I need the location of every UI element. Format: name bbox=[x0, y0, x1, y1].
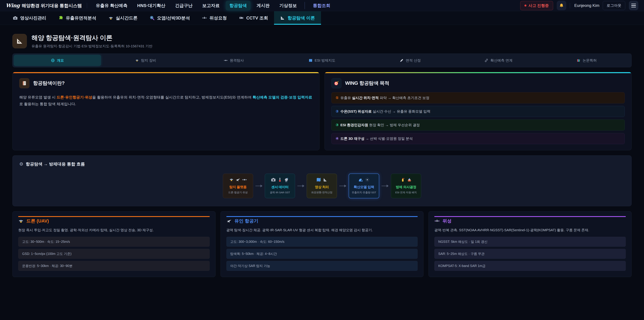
subnav-item-aerial-theory[interactable]: 항공탐색 이론 bbox=[274, 11, 321, 25]
hamburger-menu-button[interactable] bbox=[629, 1, 638, 10]
satellite-card-header: 위성 bbox=[434, 218, 626, 224]
accent-bar bbox=[18, 216, 210, 217]
spec-row: KOMPSAT-5: X-band SAR 1m급 bbox=[434, 261, 626, 271]
page-icon-tile bbox=[12, 34, 27, 48]
main-content: 해양 항공탐색·원격탐사 이론 유출유 원격탐지·항공감시 기법·ESI 방제정… bbox=[0, 34, 644, 287]
subnav-label: 실시간드론 bbox=[116, 15, 138, 21]
subnav-label: 오염/선박3D분석 bbox=[157, 15, 190, 21]
spec-row: SAR: 5~25m 해상도 · 구름 무관 bbox=[434, 249, 626, 259]
top-bar: Wing 해양환경 위기대응 통합시스템 유출유 확산예측 HNS·대기확산 긴… bbox=[0, 0, 644, 11]
flow-step-diffusion-model-input: 확산모델 입력 유출위치·유출량·SST bbox=[349, 173, 379, 198]
set-square-icon bbox=[323, 177, 328, 182]
subnav-label: 항공탐색 이론 bbox=[288, 15, 315, 21]
drone-icon bbox=[108, 16, 113, 21]
spec-row: 고도: 300~3,000m · 속도: 60~150m/s bbox=[226, 237, 418, 247]
tab-area-estimation[interactable]: 면적 산정 bbox=[366, 55, 454, 66]
item-bold-text: 수온(SST) 위성자료 bbox=[340, 109, 372, 113]
ledger-book-icon bbox=[22, 81, 27, 86]
tab-papers-patents[interactable]: 논문특허 bbox=[543, 55, 630, 66]
tab-label: 확산예측 연계 bbox=[490, 58, 512, 63]
about-card-header: 항공탐색이란? bbox=[19, 78, 312, 88]
item-text: 실시간 수신 → 유출유 풍화모델 입력 bbox=[372, 109, 430, 113]
card-title: 드론 (UAV) bbox=[26, 218, 49, 224]
page-header-text: 해양 항공탐색·원격탐사 이론 유출유 원격탐지·항공감시 기법·ESI 방제정… bbox=[32, 34, 152, 49]
step-subtitle: 유출위치·유출량·SST bbox=[351, 191, 377, 194]
nav-item-rescue[interactable]: 긴급구난 bbox=[172, 1, 196, 11]
fire-extinguisher-icon bbox=[400, 177, 405, 182]
spec-row: NGSST: 5km 해상도 · 일 1회 갱신 bbox=[434, 237, 626, 247]
tab-remote-sensing[interactable]: 원격탐사 bbox=[190, 55, 278, 66]
flow-arrow-icon bbox=[297, 184, 305, 188]
drone-card-desc: 현장 즉시 투입·저고도 정밀 촬영. 광학·적외선 카메라 탑재, 실시간 영… bbox=[18, 227, 210, 233]
accent-bar bbox=[325, 72, 632, 73]
card-title: 위성 bbox=[442, 218, 452, 224]
subnav-label: 위성요청 bbox=[209, 15, 227, 21]
satellite-specs: NGSST: 5km 해상도 · 일 1회 갱신 SAR: 5~25m 해상도 … bbox=[434, 237, 626, 271]
gear-icon bbox=[365, 177, 370, 182]
item-number: ③ bbox=[336, 123, 339, 127]
overview-cards-row: 항공탐색이란? 해양 유류오염 발생 시 드론·유인항공기·위성을 활용하여 유… bbox=[12, 72, 632, 150]
purpose-list: ①유출유 실시간 위치·면적 파악 → 확산예측 초기조건 보정 ②수온(SST… bbox=[332, 92, 625, 144]
item-text: 유출유 bbox=[340, 96, 352, 100]
nav-item-integrated-search[interactable]: 통합조회 bbox=[309, 1, 334, 11]
subnav-item-realtime-drone[interactable]: 실시간드론 bbox=[102, 11, 144, 25]
tab-overview[interactable]: 개요 bbox=[14, 55, 101, 66]
satellite-icon bbox=[202, 16, 207, 21]
flow-step-detection-platform: 탐지 플랫폼 드론·항공기·위성 bbox=[223, 174, 253, 198]
subnav-item-cctv[interactable]: CCTV 조회 bbox=[233, 11, 274, 25]
item-bold-text: 실시간 위치·면적 bbox=[352, 96, 379, 100]
spec-row: 고도: 30~500m · 속도: 15~25m/s bbox=[18, 237, 210, 247]
flow-arrow-icon bbox=[381, 184, 389, 188]
tab-label: 원격탐사 bbox=[230, 58, 244, 63]
tab-esi-map[interactable]: ESI 방제지도 bbox=[278, 55, 366, 66]
tab-forecast-link[interactable]: 확산예측 연계 bbox=[455, 55, 542, 66]
nav-item-hns[interactable]: HNS·대기확산 bbox=[134, 1, 169, 11]
item-text: 현장 확인 → 방제 우선순위 결정 bbox=[368, 123, 420, 127]
satellite-icon bbox=[434, 218, 440, 224]
subnav-item-photo-management[interactable]: 영상사진관리 bbox=[7, 11, 52, 25]
step-icons bbox=[225, 177, 251, 182]
about-card-title: 항공탐색이란? bbox=[33, 80, 64, 87]
brand: Wing 해양환경 위기대응 통합시스템 bbox=[6, 3, 82, 9]
step-icons bbox=[351, 177, 377, 182]
section-tab-bar: 개요 탐지 장비 원격탐사 ESI 방제지도 면적 산정 확산예측 연계 bbox=[12, 54, 632, 67]
page-title: 해양 항공탐색·원격탐사 이론 bbox=[32, 34, 152, 42]
nav-item-reports[interactable]: 보고자료 bbox=[198, 1, 224, 11]
purpose-card-title: WING 항공탐색 목적 bbox=[345, 80, 389, 87]
highlight-orange: 드론·유인항공기·위성 bbox=[56, 95, 92, 99]
flow-step-sensor-data: 센서 데이터 광학·IR·SAR·SST bbox=[265, 174, 295, 198]
nav-item-spill-forecast[interactable]: 유출유 확산예측 bbox=[92, 1, 131, 11]
logout-button[interactable]: 로그아웃 bbox=[603, 1, 625, 10]
subnav-item-pollution-3d-analysis[interactable]: 오염/선박3D분석 bbox=[144, 11, 196, 25]
globe-icon bbox=[51, 58, 55, 62]
subnav-label: 영상사진관리 bbox=[20, 15, 46, 21]
step-subtitle: 드론·항공기·위성 bbox=[225, 191, 251, 194]
flow-section: ⚙ 항공탐색 → 방제대응 통합 흐름 탐지 플랫폼 드론·항공기·위성 bbox=[12, 155, 632, 206]
manned-aircraft-card: 유인 항공기 광역 탐색·장시간 체공. 광학·IR·SAR·SLAR·UV 형… bbox=[220, 211, 424, 277]
tab-detection-equipment[interactable]: 탐지 장비 bbox=[102, 55, 189, 66]
nav-item-weather[interactable]: 기상정보 bbox=[276, 1, 300, 11]
bell-icon bbox=[559, 3, 564, 8]
flow-step-response-decision: 방제 의사결정 ESI 연계·자원 배치 bbox=[391, 174, 421, 198]
page-subtitle: 유출유 원격탐지·항공감시 기법·ESI 방제정보지도·등록특허 10-1567… bbox=[32, 44, 152, 49]
hamburger-icon bbox=[631, 4, 636, 8]
gear-icon: ⚙ bbox=[19, 161, 23, 167]
books-icon bbox=[576, 58, 580, 62]
notification-bell-button[interactable] bbox=[557, 1, 566, 10]
subnav-item-oil-area-analysis[interactable]: 유출유면적분석 bbox=[52, 11, 102, 25]
purpose-card: WING 항공탐색 목적 ①유출유 실시간 위치·면적 파악 → 확산예측 초기… bbox=[324, 72, 632, 150]
status-dot-icon bbox=[524, 5, 526, 7]
accent-bar bbox=[226, 216, 418, 217]
status-badge-label: 사고 진행중 bbox=[528, 3, 549, 8]
step-title: 방제 의사결정 bbox=[393, 185, 419, 189]
airplane-icon bbox=[236, 177, 240, 182]
subnav-item-satellite-request[interactable]: 위성요청 bbox=[196, 11, 233, 25]
set-square-icon bbox=[16, 37, 24, 45]
subnav-label: CCTV 조회 bbox=[246, 15, 268, 21]
target-icon bbox=[334, 81, 339, 86]
nav-item-board[interactable]: 게시판 bbox=[253, 1, 273, 11]
nav-item-aerial-search[interactable]: 항공탐색 bbox=[226, 1, 250, 11]
step-title: 확산모델 입력 bbox=[351, 185, 377, 189]
map-icon bbox=[316, 177, 321, 182]
about-card-body: 해양 유류오염 발생 시 드론·유인항공기·위성을 활용하여 유출유의 위치·면… bbox=[19, 94, 312, 107]
